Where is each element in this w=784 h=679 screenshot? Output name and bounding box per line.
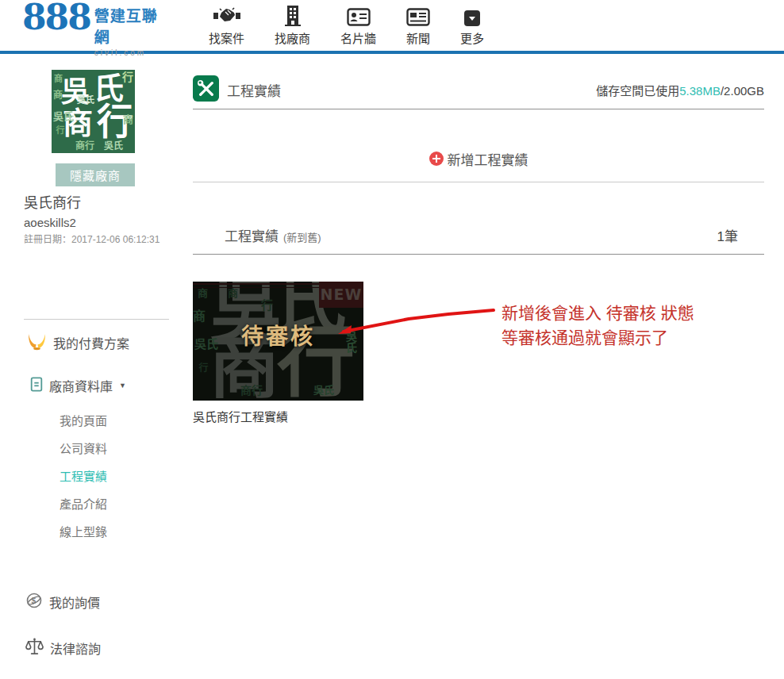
cloud-word: 行 xyxy=(55,125,63,134)
storage-prefix: 儲存空間已使用 xyxy=(596,84,679,98)
nav-item-find-cases[interactable]: 找案件 xyxy=(209,5,244,46)
sidebar-item-legal-advice[interactable]: 法律諮詢 xyxy=(25,638,190,658)
scale-icon xyxy=(25,637,44,660)
cloud-word: 商 xyxy=(54,75,63,83)
cloud-word: 行 xyxy=(121,71,133,82)
list-title: 工程實績 xyxy=(225,225,279,245)
vendor-db-submenu: 我的頁面 公司資料 工程實績 產品介紹 線上型錄 xyxy=(0,407,190,546)
globe-dollar-icon: $ xyxy=(25,591,44,613)
top-header: 888 營建互聯網 civil.com 找案件 xyxy=(0,0,784,54)
list-sort-order: (新到舊) xyxy=(283,229,321,244)
cloud-word: 商 xyxy=(53,90,63,100)
sidebar-item-my-inquiry[interactable]: $ 我的詢價 xyxy=(25,592,190,612)
building-icon xyxy=(284,5,302,26)
cloud-word: 商 xyxy=(228,288,238,298)
sidebar-item-label: 廠商資料庫 xyxy=(49,376,113,395)
project-card-caption: 吳氏商行工程實績 xyxy=(193,408,363,424)
caret-down-icon: ▼ xyxy=(119,382,126,389)
sidebar-item-label: 我的付費方案 xyxy=(53,333,129,352)
company-name: 吳氏商行 xyxy=(24,194,190,212)
cloud-word: 氏 xyxy=(94,73,124,103)
sidebar-divider xyxy=(24,319,169,320)
annotation-line2: 等審核通過就會顯示了 xyxy=(502,325,694,350)
storage-usage: 儲存空間已使用5.38MB/2.00GB xyxy=(596,82,764,98)
nav-item-find-vendors[interactable]: 找廠商 xyxy=(275,5,310,46)
brand-name: 營建互聯網 xyxy=(94,4,167,47)
storage-used: 5.38MB xyxy=(679,84,721,98)
nav-item-more[interactable]: 更多 xyxy=(460,5,484,46)
register-date: 註冊日期：2017-12-06 06:12:31 xyxy=(24,234,190,246)
gold-wings-icon xyxy=(26,332,48,354)
cloud-word: 吳氏 xyxy=(104,141,123,151)
cloud-word: 商 xyxy=(193,310,206,323)
business-card-icon xyxy=(347,5,371,26)
sidebar-item-company-info[interactable]: 公司資料 xyxy=(0,435,190,462)
storage-total: /2.00GB xyxy=(721,84,764,98)
page-title: 工程實績 xyxy=(227,80,281,100)
main-nav: 找案件 找廠商 xyxy=(209,5,484,46)
sidebar-item-vendor-database[interactable]: 廠商資料庫 ▼ xyxy=(29,375,190,396)
site-logo[interactable]: 888 營建互聯網 civil.com xyxy=(22,0,167,57)
cloud-word: 商 xyxy=(122,114,133,125)
logo-number: 888 xyxy=(22,0,90,40)
sidebar-item-project-results[interactable]: 工程實績 xyxy=(0,462,190,490)
company-logo-image: 吳 氏 商 行 行 商 吳氏 吳氏 商行 行 商 吳氏 商 xyxy=(52,70,135,153)
sidebar-item-paid-plan[interactable]: 我的付費方案 xyxy=(26,332,190,353)
nav-label: 找案件 xyxy=(209,29,244,46)
plus-icon xyxy=(429,152,444,166)
list-header-row: 工程實績 (新到舊) 1筆 xyxy=(193,225,764,243)
status-badge: 待審核 xyxy=(193,326,363,348)
sidebar-item-online-catalog[interactable]: 線上型錄 xyxy=(0,518,190,546)
brand-domain: civil.com xyxy=(94,48,167,57)
handshake-icon xyxy=(213,5,240,26)
page-title-row: 工程實績 儲存空間已使用5.38MB/2.00GB xyxy=(193,76,764,103)
sidebar-item-label: 我的詢價 xyxy=(49,593,100,612)
project-card[interactable]: 吳 氏 商 行 行 商 吳氏 吳氏 商行 行 商 吳氏 商 待審核 NEW xyxy=(193,282,363,401)
cloud-word: 商行 xyxy=(75,141,94,151)
cloud-word: 吳氏 xyxy=(53,111,74,121)
divider xyxy=(193,254,764,255)
sidebar: 吳 氏 商 行 行 商 吳氏 吳氏 商行 行 商 吳氏 商 隱藏廠商 吳氏商行 … xyxy=(0,57,190,658)
main-content: 工程實績 儲存空間已使用5.38MB/2.00GB 新增工程實績 工程實績 (新… xyxy=(193,57,764,424)
document-icon xyxy=(29,376,44,396)
annotation-line1: 新增後會進入 待審核 狀態 xyxy=(502,301,694,325)
cloud-word: 商 xyxy=(198,288,208,298)
nav-label: 更多 xyxy=(460,29,484,46)
nav-label: 名片牆 xyxy=(340,29,376,46)
nav-item-news[interactable]: 新聞 xyxy=(406,5,430,46)
nav-item-card-wall[interactable]: 名片牆 xyxy=(340,5,376,46)
hide-vendor-button[interactable]: 隱藏廠商 xyxy=(56,163,135,186)
cloud-word: 行 xyxy=(198,363,207,372)
cloud-word: 吳氏 xyxy=(77,96,94,105)
add-project-label: 新增工程實績 xyxy=(448,149,528,169)
nav-label: 找廠商 xyxy=(275,29,310,46)
new-badge: NEW xyxy=(319,282,363,308)
nav-label: 新聞 xyxy=(406,29,430,46)
tools-icon xyxy=(193,75,219,105)
sidebar-item-label: 法律諮詢 xyxy=(50,639,101,658)
news-icon xyxy=(406,5,430,26)
annotation-text: 新增後會進入 待審核 狀態 等審核通過就會顯示了 xyxy=(502,301,694,350)
cloud-word: 行 xyxy=(259,299,271,311)
username: aoeskills2 xyxy=(24,216,190,230)
sidebar-item-my-page[interactable]: 我的頁面 xyxy=(0,407,190,435)
list-count: 1筆 xyxy=(717,225,738,245)
divider xyxy=(193,182,764,182)
cloud-word: 商行 xyxy=(240,385,263,396)
more-icon xyxy=(464,5,480,26)
divider xyxy=(193,109,764,109)
svg-text:$: $ xyxy=(32,597,37,605)
sidebar-item-products[interactable]: 產品介紹 xyxy=(0,490,190,518)
cloud-word: 吳氏 xyxy=(313,385,334,395)
add-project-button[interactable]: 新增工程實績 xyxy=(193,149,764,168)
